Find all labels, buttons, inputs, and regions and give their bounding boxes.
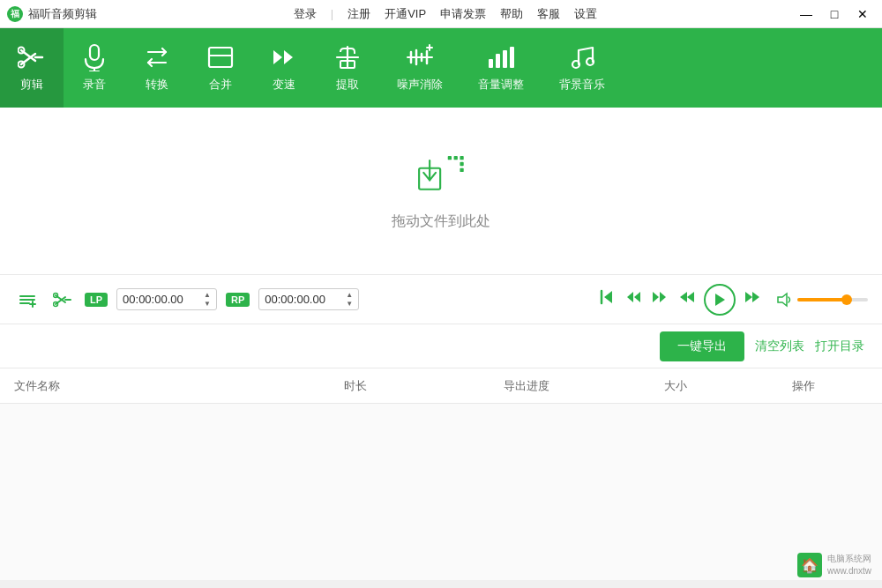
drop-zone: 拖动文件到此处 (392, 151, 490, 231)
drop-arrow-icon (415, 151, 467, 204)
app-title: 福听音频剪辑 (28, 6, 97, 22)
toolbar-label-convert: 转换 (146, 77, 168, 93)
toolbar-item-denoise[interactable]: 噪声消除 (379, 28, 460, 108)
toolbar: 剪辑 录音 转换 (0, 28, 882, 108)
svg-rect-30 (460, 156, 463, 160)
cut-button[interactable] (49, 287, 76, 313)
watermark: 🏠 电脑系统网 www.dnxtw (797, 553, 871, 577)
play-button[interactable] (704, 284, 736, 316)
open-dir-button[interactable]: 打开目录 (815, 339, 864, 354)
col-size: 大小 (612, 378, 740, 394)
rp-time-down[interactable]: ▼ (346, 300, 353, 309)
title-bar: 福 福听音频剪辑 登录 | 注册 开通VIP 申请发票 帮助 客服 设置 — □… (0, 0, 882, 28)
title-menu: 登录 | 注册 开通VIP 申请发票 帮助 客服 设置 (294, 6, 597, 22)
mic-icon (82, 43, 107, 71)
rp-time-input[interactable]: ▲ ▼ (258, 288, 359, 310)
svg-rect-22 (489, 59, 493, 68)
drop-icon (415, 151, 467, 204)
svg-marker-55 (752, 292, 759, 302)
logo-text: 福 (11, 8, 19, 20)
col-progress: 导出进度 (441, 378, 612, 394)
col-action: 操作 (740, 378, 868, 394)
lp-time-input[interactable]: ▲ ▼ (116, 288, 217, 310)
svg-marker-52 (687, 292, 694, 302)
toolbar-item-cut[interactable]: 剪辑 (0, 28, 64, 108)
toolbar-item-bgmusic[interactable]: 背景音乐 (542, 28, 623, 108)
lp-time-up[interactable]: ▲ (204, 291, 211, 300)
maximize-button[interactable]: □ (822, 4, 847, 24)
speed-icon (270, 43, 298, 71)
rp-time-field[interactable] (265, 293, 344, 306)
toolbar-item-record[interactable]: 录音 (64, 28, 125, 108)
svg-marker-53 (715, 294, 725, 306)
menu-vip[interactable]: 开通VIP (385, 6, 426, 22)
clear-list-button[interactable]: 清空列表 (755, 339, 804, 354)
menu-invoice[interactable]: 申请发票 (440, 6, 486, 22)
table-header: 文件名称 时长 导出进度 大小 操作 (0, 368, 882, 404)
watermark-text: 电脑系统网 www.dnxtw (827, 553, 871, 577)
rewind-button[interactable] (676, 287, 699, 312)
menu-register[interactable]: 注册 (348, 6, 370, 22)
timeline-bar: LP ▲ ▼ RP ▲ ▼ (0, 275, 882, 324)
action-bar: 一键导出 清空列表 打开目录 (0, 324, 882, 368)
svg-marker-11 (284, 50, 293, 64)
rp-time-up[interactable]: ▲ (346, 291, 353, 300)
toolbar-item-extract[interactable]: 提取 (316, 28, 379, 108)
svg-marker-50 (653, 292, 659, 302)
svg-rect-8 (209, 48, 232, 67)
window-controls: — □ ✕ (794, 4, 875, 24)
goto-start-button[interactable] (596, 287, 617, 312)
add-track-button[interactable] (14, 287, 41, 313)
volume-knob[interactable] (841, 294, 852, 305)
toolbar-item-merge[interactable]: 合并 (189, 28, 252, 108)
toolbar-label-speed: 变速 (273, 77, 295, 93)
toolbar-label-extract: 提取 (336, 77, 359, 93)
toolbar-item-volume[interactable]: 音量调整 (460, 28, 542, 108)
fastforward-button[interactable] (741, 287, 764, 312)
lp-time-field[interactable] (123, 293, 202, 306)
merge-icon (206, 43, 235, 71)
toolbar-label-record: 录音 (83, 77, 106, 93)
lp-time-down[interactable]: ▼ (204, 300, 211, 309)
menu-settings[interactable]: 设置 (574, 6, 597, 22)
extract-icon (333, 43, 362, 71)
menu-login[interactable]: 登录 (294, 6, 317, 22)
svg-marker-56 (778, 294, 787, 306)
minimize-button[interactable]: — (794, 4, 818, 24)
main-drop-area[interactable]: 拖动文件到此处 (0, 108, 882, 275)
toolbar-label-denoise: 噪声消除 (397, 77, 443, 93)
svg-rect-29 (454, 156, 458, 160)
svg-rect-5 (90, 45, 99, 60)
toolbar-item-speed[interactable]: 变速 (252, 28, 316, 108)
svg-marker-49 (660, 292, 666, 302)
menu-service[interactable]: 客服 (537, 6, 560, 22)
col-filename: 文件名称 (14, 378, 270, 394)
table-body (0, 404, 882, 580)
bgmusic-icon (568, 43, 596, 71)
app-logo: 福 (7, 6, 23, 22)
transport-controls (596, 284, 868, 316)
svg-marker-46 (604, 291, 612, 303)
svg-marker-54 (745, 292, 752, 302)
toolbar-item-convert[interactable]: 转换 (125, 28, 189, 108)
toolbar-label-volume: 音量调整 (478, 77, 524, 93)
toolbar-label-cut: 剪辑 (20, 77, 43, 93)
volume-adjust-icon (487, 43, 515, 71)
close-button[interactable]: ✕ (850, 4, 875, 24)
svg-marker-47 (627, 292, 633, 302)
svg-rect-25 (510, 47, 514, 68)
drop-text: 拖动文件到此处 (392, 212, 490, 231)
svg-rect-23 (496, 54, 500, 68)
frame-forward-button[interactable] (649, 287, 670, 312)
toolbar-label-merge: 合并 (209, 77, 232, 93)
rp-tag: RP (226, 293, 250, 307)
svg-rect-28 (448, 156, 452, 160)
menu-help[interactable]: 帮助 (500, 6, 523, 22)
svg-marker-10 (273, 50, 282, 64)
volume-track[interactable] (797, 298, 868, 301)
title-left: 福 福听音频剪辑 (7, 6, 97, 22)
convert-icon (143, 43, 171, 71)
frame-back-button[interactable] (623, 287, 644, 312)
export-button[interactable]: 一键导出 (660, 331, 744, 361)
volume-icon (776, 292, 792, 308)
